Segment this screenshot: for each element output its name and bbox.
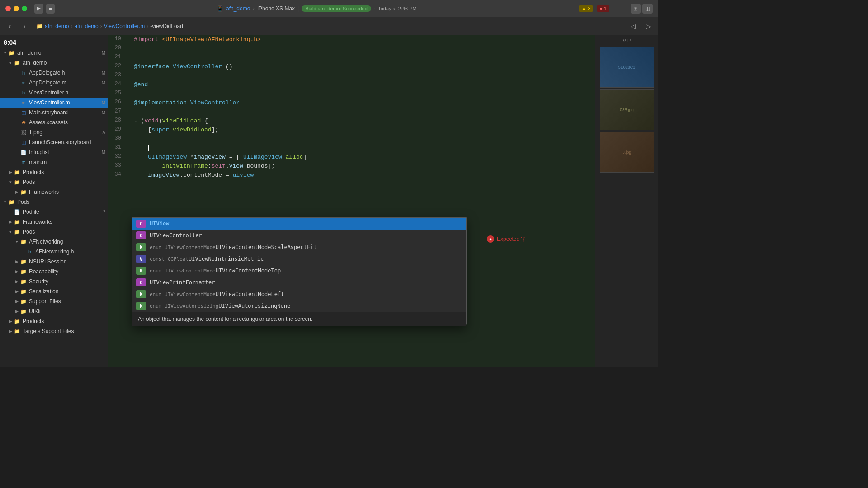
sidebar-item-pods-expanded[interactable]: ▾ 📁 Pods: [0, 227, 108, 237]
project-icon: 📱: [217, 5, 223, 12]
sidebar-item-launchscreen[interactable]: ◫ LaunchScreen.storyboard: [0, 137, 108, 147]
autocomplete-item-uiview[interactable]: C UIView: [132, 218, 466, 230]
autocomplete-item-uiviewcontentmodescaleaspectfit[interactable]: K enum UIViewContentMode UIViewContentMo…: [132, 241, 466, 253]
autocomplete-description: An object that manages the content for a…: [132, 312, 466, 326]
autocomplete-main-text: UIViewContentModeTop: [216, 267, 281, 274]
error-indicator: ● Expected '}': [487, 235, 525, 243]
code-line-20: 20: [108, 44, 595, 53]
sidebar-item-reachability[interactable]: ▶ 📁 Reachability: [0, 267, 108, 277]
sidebar-item-products-1[interactable]: ▶ 📁 Products: [0, 167, 108, 177]
project-navigator[interactable]: 8:04 ▾ 📁 afn_demo M ▾ 📁 afn_demo h AppDe…: [0, 35, 108, 367]
folder-icon: 📁: [20, 278, 27, 285]
titlebar: ▶ ■ 📱 afn_demo › iPhone XS Max | Build a…: [0, 0, 658, 17]
line-number: 24: [108, 80, 127, 87]
folder-icon: 📁: [14, 318, 21, 325]
fullscreen-button[interactable]: [22, 6, 27, 11]
code-line-32: 32 UIImageView *imageView = [[UIImageVie…: [108, 153, 595, 162]
autocomplete-badge: K: [136, 267, 146, 275]
close-button[interactable]: [5, 6, 11, 11]
autocomplete-item-uiviewnointrinsicmetric[interactable]: V const CGFloat UIViewNoIntrinsicMetric: [132, 253, 466, 265]
error-count[interactable]: ● 1: [597, 5, 609, 12]
sidebar-item-pods-group[interactable]: ▾ 📁 Pods: [0, 177, 108, 187]
autocomplete-main-text: UIViewPrintFormatter: [150, 279, 215, 286]
layout-toggle[interactable]: ◫: [642, 4, 653, 14]
autocomplete-badge: V: [136, 255, 146, 263]
autocomplete-item-uiviewcontentmodetop[interactable]: K enum UIViewContentMode UIViewContentMo…: [132, 265, 466, 277]
badge: M: [102, 51, 105, 56]
code-line-27: 27: [108, 108, 595, 117]
minimize-button[interactable]: [14, 6, 19, 11]
code-editor[interactable]: 19 #import <UIImageView+AFNetworking.h> …: [108, 35, 595, 367]
autocomplete-item-uiviewprintformatter[interactable]: C UIViewPrintFormatter: [132, 277, 466, 288]
titlebar-info: 📱 afn_demo › iPhone XS Max | Build afn_d…: [58, 5, 575, 12]
autocomplete-main-text: UIViewContentModeLeft: [216, 291, 284, 297]
autocomplete-item-uiviewcontroller[interactable]: C UIViewController: [132, 230, 466, 241]
sidebar-label: Podfile: [23, 209, 103, 215]
sidebar-item-podfile[interactable]: 📄 Podfile ?: [0, 207, 108, 217]
sidebar-item-assets[interactable]: ⊕ Assets.xcassets: [0, 117, 108, 127]
sidebar-item-afn-demo-root[interactable]: ▾ 📁 afn_demo M: [0, 48, 108, 58]
sidebar-item-nsurlsession[interactable]: ▶ 📁 NSURLSession: [0, 257, 108, 267]
panel-thumbnail-3[interactable]: 3.jpg: [600, 132, 654, 173]
run-button[interactable]: ▶: [34, 4, 43, 14]
autocomplete-badge: C: [136, 231, 146, 239]
sidebar-item-frameworks-1[interactable]: ▶ 📁 Frameworks: [0, 187, 108, 197]
breadcrumb-icon: 📁: [36, 23, 43, 29]
line-number: 34: [108, 171, 127, 178]
autocomplete-main-text: UIView: [150, 221, 169, 227]
line-content: [132, 89, 595, 99]
autocomplete-item-uiviewautoresiznone[interactable]: K enum UIViewAutoresizing UIViewAutoresi…: [132, 300, 466, 312]
code-line-28: 28 - (void)viewDidLoad {: [108, 117, 595, 126]
sidebar-item-appdelegate-m[interactable]: m AppDelegate.m M: [0, 78, 108, 88]
sidebar-item-afnetworking-h[interactable]: h AFNetworking.h: [0, 247, 108, 257]
breadcrumb-file[interactable]: ViewController.m: [104, 23, 145, 29]
sidebar-item-1png[interactable]: 🖼 1.png A: [0, 127, 108, 137]
vip-label: VIP: [620, 35, 634, 46]
sidebar-item-appdelegate-h[interactable]: h AppDelegate.h M: [0, 68, 108, 78]
sidebar-item-afn-demo-group[interactable]: ▾ 📁 afn_demo: [0, 58, 108, 68]
code-editor-area[interactable]: 19 #import <UIImageView+AFNetworking.h> …: [108, 35, 595, 367]
panel-thumbnail-2[interactable]: 03B.jpg: [600, 89, 654, 130]
line-content: UIImageView *imageView = [[UIImageView a…: [132, 153, 595, 162]
autocomplete-dropdown[interactable]: C UIView C UIViewController K enum UIVie…: [132, 217, 467, 326]
sidebar-item-infoplist[interactable]: 📄 Info.plist M: [0, 147, 108, 157]
file-icon: h: [26, 248, 33, 255]
panel-thumbnail-1[interactable]: 5E028C3: [600, 47, 654, 88]
storyboard-icon: ◫: [20, 109, 27, 116]
file-icon: h: [20, 69, 27, 76]
window-controls[interactable]: [5, 6, 27, 11]
sidebar-item-main-storyboard[interactable]: ◫ Main.storyboard M: [0, 108, 108, 117]
titlebar-badges: ▲ 3 ● 1: [579, 5, 609, 12]
sidebar-item-uikit[interactable]: ▶ 📁 UIKit: [0, 306, 108, 316]
code-line-34: 34 imageView.contentMode = uiview: [108, 171, 595, 180]
code-line-24: 24 @end: [108, 80, 595, 89]
sidebar-item-pods-root[interactable]: ▾ 📁 Pods: [0, 197, 108, 207]
line-content: [132, 144, 595, 153]
autocomplete-main-text: UIViewController: [150, 232, 202, 239]
sidebar-item-support-files[interactable]: ▶ 📁 Support Files: [0, 296, 108, 306]
next-issue-button[interactable]: ▷: [642, 20, 655, 33]
forward-button[interactable]: ›: [18, 20, 31, 33]
breadcrumb-group[interactable]: afn_demo: [74, 23, 98, 29]
sidebar-item-viewcontroller-h[interactable]: h ViewController.h: [0, 88, 108, 98]
sidebar-item-products-2[interactable]: ▶ 📁 Products: [0, 316, 108, 326]
sidebar-item-serialization[interactable]: ▶ 📁 Serialization: [0, 286, 108, 296]
warning-count[interactable]: ▲ 3: [579, 5, 593, 12]
back-button[interactable]: ‹: [4, 20, 16, 33]
sidebar-item-targets-support[interactable]: ▶ 📁 Targets Support Files: [0, 326, 108, 336]
prev-issue-button[interactable]: ◁: [627, 20, 639, 33]
right-inspector-panel: VIP 5E028C3 03B.jpg 3.jpg: [595, 35, 658, 367]
sidebar-label: ViewController.h: [29, 89, 108, 96]
sidebar-item-security[interactable]: ▶ 📁 Security: [0, 277, 108, 286]
breadcrumb-project[interactable]: afn_demo: [45, 23, 69, 29]
line-content: #import <UIImageView+AFNetworking.h>: [132, 35, 595, 44]
inspector-toggle[interactable]: ⊞: [631, 4, 641, 14]
stop-button[interactable]: ■: [46, 4, 55, 14]
line-number: 28: [108, 117, 127, 123]
sidebar-item-viewcontroller-m[interactable]: m ViewController.m M: [0, 98, 108, 108]
folder-icon: 📁: [14, 178, 21, 186]
sidebar-item-mainm[interactable]: m main.m: [0, 157, 108, 167]
sidebar-item-frameworks-2[interactable]: ▶ 📁 Frameworks: [0, 217, 108, 227]
autocomplete-item-uiviewcontentmodeleft[interactable]: K enum UIViewContentMode UIViewContentMo…: [132, 288, 466, 300]
sidebar-item-afnetworking[interactable]: ▾ 📁 AFNetworking: [0, 237, 108, 247]
